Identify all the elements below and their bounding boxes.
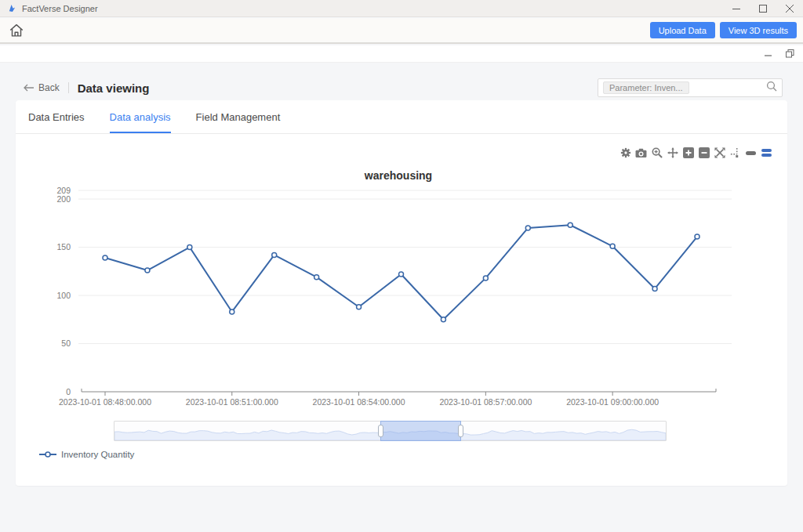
range-slider-window[interactable]	[380, 421, 461, 441]
tab-bar: Data Entries Data analysis Field Managem…	[16, 100, 787, 134]
data-point[interactable]	[314, 275, 319, 280]
inner-restore-icon[interactable]	[781, 47, 798, 61]
inner-window-bar	[0, 45, 803, 63]
back-button[interactable]: Back	[24, 82, 60, 93]
page-header: Back Data viewing Parameter: Inven...	[24, 78, 783, 98]
y-tick-label: 200	[56, 194, 71, 204]
minimize-button[interactable]	[723, 0, 750, 16]
back-label: Back	[38, 82, 60, 93]
y-tick-label: 0	[66, 387, 71, 396]
camera-icon[interactable]	[635, 147, 647, 158]
app-toolbar: Upload Data View 3D results	[0, 18, 803, 44]
tab-data-entries[interactable]: Data Entries	[28, 100, 85, 133]
upload-data-button[interactable]: Upload Data	[650, 22, 715, 38]
data-point[interactable]	[568, 223, 572, 227]
data-point[interactable]	[441, 317, 445, 322]
titlebar: FactVerse Designer	[0, 0, 803, 17]
zoom-icon[interactable]	[651, 147, 663, 158]
maximize-button[interactable]	[750, 0, 776, 16]
legend-item-inventory-quantity[interactable]: Inventory Quantity	[39, 450, 134, 459]
data-point[interactable]	[357, 305, 362, 309]
close-button[interactable]	[776, 0, 803, 16]
data-point[interactable]	[230, 309, 234, 314]
chart-modebar	[620, 147, 772, 158]
range-slider-right-handle[interactable]	[458, 425, 463, 437]
y-tick-label: 50	[61, 338, 71, 348]
range-slider-left-handle[interactable]	[378, 425, 383, 437]
x-tick-label: 2023-10-01 08:48:00.000	[59, 397, 151, 407]
x-tick-label: 2023-10-01 08:51:00.000	[186, 397, 278, 407]
view-3d-results-button[interactable]: View 3D results	[720, 22, 797, 38]
zoom-out-icon[interactable]	[698, 147, 710, 158]
x-tick-label: 2023-10-01 09:00:00.000	[566, 397, 659, 407]
data-point[interactable]	[399, 272, 404, 277]
data-viewing-card: Data Entries Data analysis Field Managem…	[16, 100, 787, 486]
y-tick-label: 209	[56, 186, 71, 195]
data-point[interactable]	[187, 245, 192, 250]
x-tick-label: 2023-10-01 08:57:00.000	[439, 397, 532, 407]
range-slider[interactable]	[114, 421, 667, 441]
content-area: Back Data viewing Parameter: Inven... Da…	[0, 63, 803, 532]
data-point[interactable]	[145, 268, 150, 273]
zoom-in-icon[interactable]	[682, 147, 694, 158]
data-point[interactable]	[610, 244, 615, 248]
search-input[interactable]: Parameter: Inven...	[598, 78, 783, 97]
back-arrow-icon	[24, 84, 34, 92]
header-divider	[68, 82, 69, 93]
tab-data-analysis[interactable]: Data analysis	[110, 100, 171, 133]
pan-icon[interactable]	[667, 147, 678, 158]
legend-line-marker-icon	[39, 451, 56, 458]
legend-label: Inventory Quantity	[61, 450, 134, 459]
home-icon[interactable]	[6, 20, 27, 41]
data-point[interactable]	[103, 255, 107, 260]
chart-title: warehousing	[16, 169, 781, 182]
app-logo-icon	[8, 4, 16, 13]
hover-closest-icon[interactable]	[745, 147, 757, 158]
y-tick-label: 150	[56, 242, 71, 252]
data-point[interactable]	[525, 226, 530, 230]
hover-compare-icon[interactable]	[761, 147, 772, 158]
data-point[interactable]	[652, 286, 657, 291]
tab-field-management[interactable]: Field Management	[196, 100, 281, 133]
inner-minimize-icon[interactable]	[759, 47, 776, 61]
line-chart[interactable]: 0501001502002092023-10-01 08:48:00.00020…	[16, 183, 768, 411]
y-tick-label: 100	[56, 291, 71, 300]
autoscale-icon[interactable]	[714, 147, 725, 158]
x-tick-label: 2023-10-01 08:54:00.000	[313, 397, 405, 407]
search-filter-chip[interactable]: Parameter: Inven...	[603, 81, 689, 94]
settings-icon[interactable]	[620, 147, 631, 158]
data-point[interactable]	[695, 234, 699, 239]
data-point[interactable]	[272, 252, 277, 257]
page-title: Data viewing	[78, 81, 150, 95]
toggle-spikelines-icon[interactable]	[729, 147, 741, 158]
search-icon[interactable]	[766, 81, 777, 95]
data-point[interactable]	[483, 276, 488, 280]
window-title: FactVerse Designer	[22, 4, 98, 13]
